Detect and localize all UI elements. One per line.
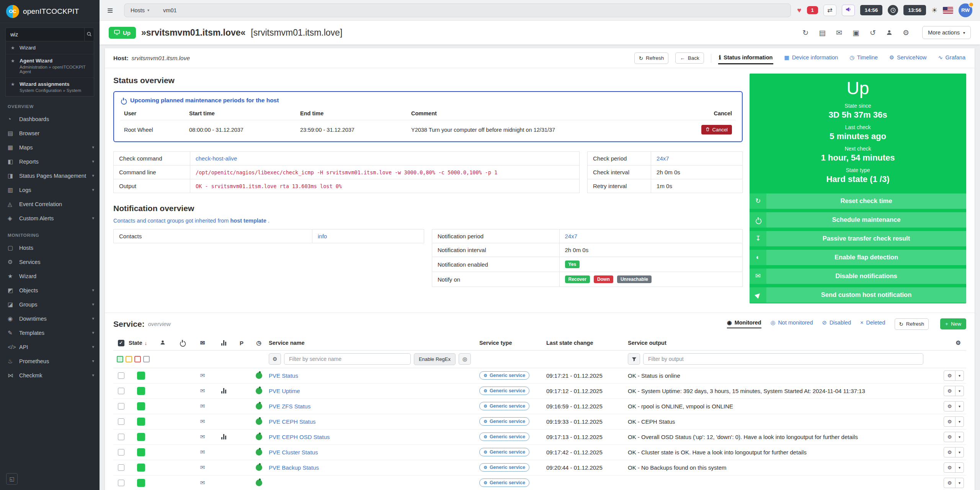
service-dropdown-button[interactable]: ▾ <box>955 447 964 457</box>
schedule-maintenance-button[interactable]: Schedule maintenance <box>750 212 966 228</box>
check-period-link[interactable]: 24x7 <box>657 155 669 162</box>
service-settings-button[interactable]: ⚙ <box>944 462 956 473</box>
service-dropdown-button[interactable]: ▾ <box>955 432 964 442</box>
service-settings-button[interactable]: ⚙ <box>944 447 956 457</box>
announcements-button[interactable] <box>842 5 855 16</box>
sidebar-item-groups[interactable]: ◪Groups▾ <box>0 297 100 311</box>
tab-monitored[interactable]: ◉Monitored <box>727 320 761 328</box>
notification-period-link[interactable]: 24x7 <box>565 233 578 239</box>
service-name-link[interactable]: PVE Status <box>269 372 479 379</box>
regex-marker-icon[interactable]: ◎ <box>459 353 471 365</box>
history-icon[interactable]: ↺ <box>870 28 876 37</box>
sidebar-item-downtimes[interactable]: ◉Downtimes▾ <box>0 311 100 326</box>
service-output-filter-input[interactable] <box>643 353 923 365</box>
service-dropdown-button[interactable]: ▾ <box>955 370 964 381</box>
row-checkbox[interactable] <box>118 449 124 456</box>
row-checkbox[interactable] <box>118 403 124 410</box>
search-result-wizard-assignments[interactable]: ★ Wizard assignments System Configuratio… <box>6 78 94 96</box>
service-dropdown-button[interactable]: ▾ <box>955 386 964 396</box>
sidebar-item-api[interactable]: </>API▾ <box>0 340 100 354</box>
new-service-button[interactable]: +New <box>940 318 966 329</box>
sidebar-item-reports[interactable]: ◧Reports▾ <box>0 154 100 169</box>
service-settings-button[interactable]: ⚙ <box>944 432 956 442</box>
favorites-heart-icon[interactable]: ♥ <box>797 6 801 15</box>
reset-check-time-button[interactable]: ↻Reset check time <box>750 193 966 209</box>
sidebar-item-templates[interactable]: ✎Templates▾ <box>0 326 100 340</box>
tab-timeline[interactable]: ◷Timeline <box>849 52 879 64</box>
service-dropdown-button[interactable]: ▾ <box>955 462 964 473</box>
service-name-link[interactable]: PVE Cluster Status <box>269 449 479 456</box>
user-avatar[interactable]: RW <box>959 3 972 17</box>
row-checkbox[interactable] <box>118 480 124 486</box>
filter-critical-checkbox[interactable] <box>134 356 141 362</box>
tab-servicenow[interactable]: ⚙ServiceNow <box>889 52 927 64</box>
theme-toggle-sun-icon[interactable]: ☀ <box>931 6 938 15</box>
tab-not-monitored[interactable]: ◎Not monitored <box>771 320 813 328</box>
more-actions-button[interactable]: More actions ▾ <box>922 26 971 39</box>
service-name-link[interactable]: PVE CEPH OSD Status <box>269 434 479 440</box>
breadcrumb-hosts-dropdown[interactable]: Hosts ▾ <box>131 7 149 13</box>
sidebar-item-prometheus[interactable]: ♨Prometheus▾ <box>0 354 100 368</box>
host-template-link[interactable]: host template <box>230 218 266 224</box>
output-filter-funnel-icon[interactable] <box>628 353 640 365</box>
filter-settings-icon[interactable]: ⚙ <box>269 353 281 365</box>
settings-gear-icon[interactable]: ⚙ <box>903 28 909 37</box>
service-settings-button[interactable]: ⚙ <box>944 478 956 488</box>
checklist-icon[interactable]: ▣ <box>853 28 859 37</box>
tab-device-information[interactable]: ▦Device information <box>783 52 839 64</box>
refresh-button[interactable]: ↻Refresh <box>634 52 669 64</box>
tab-deleted[interactable]: ×Deleted <box>860 320 885 328</box>
sidebar-item-wizard[interactable]: ★Wizard <box>0 269 100 283</box>
service-name-link[interactable]: PVE CEPH Status <box>269 418 479 425</box>
filter-warning-checkbox[interactable] <box>126 356 132 362</box>
tab-status-information[interactable]: ℹStatus information <box>718 52 774 64</box>
search-result-wizard[interactable]: ★ Wizard <box>6 41 94 54</box>
check-command-link[interactable]: check-host-alive <box>196 155 237 162</box>
service-name-link[interactable]: PVE Backup Status <box>269 464 479 471</box>
enable-flap-detection-button[interactable]: ◐Enable flap detection <box>750 250 966 265</box>
enable-regex-button[interactable]: Enable RegEx <box>414 353 456 365</box>
menu-icon[interactable]: ≡ <box>107 5 118 15</box>
select-all-checkbox[interactable]: ✓ <box>118 340 124 346</box>
disable-notifications-button[interactable]: ✉Disable notifications <box>750 269 966 284</box>
tab-grafana[interactable]: ∿Grafana <box>937 52 966 64</box>
back-button[interactable]: ←Back <box>675 52 704 64</box>
row-checkbox[interactable] <box>118 418 124 425</box>
service-dropdown-button[interactable]: ▾ <box>955 416 964 427</box>
row-checkbox[interactable] <box>118 434 124 440</box>
search-result-agent-wizard[interactable]: ★ Agent Wizard Administration » openITCO… <box>6 54 94 78</box>
service-settings-button[interactable]: ⚙ <box>944 370 956 381</box>
state-column-header[interactable]: State↓ <box>129 340 153 346</box>
tab-disabled[interactable]: ⊘Disabled <box>822 320 851 328</box>
sidebar-item-logs[interactable]: ▥Logs▾ <box>0 183 100 197</box>
sidebar-item-maps[interactable]: ▦Maps▾ <box>0 140 100 154</box>
sidebar-item-checkmk[interactable]: ⋈Checkmk▾ <box>0 368 100 382</box>
services-refresh-button[interactable]: ↻Refresh <box>895 318 929 330</box>
passive-transfer-button[interactable]: ↧Passive transfer check result <box>750 231 966 246</box>
service-name-link[interactable]: PVE ZFS Status <box>269 403 479 410</box>
service-name-link[interactable]: PVE Uptime <box>269 388 479 394</box>
row-checkbox[interactable] <box>118 372 124 379</box>
row-checkbox[interactable] <box>118 388 124 394</box>
sidebar-item-objects[interactable]: ◩Objects▾ <box>0 283 100 297</box>
service-settings-button[interactable]: ⚙ <box>944 386 956 396</box>
contact-link[interactable]: info <box>318 233 327 239</box>
mail-icon[interactable]: ✉ <box>836 28 842 37</box>
filter-ok-checkbox[interactable] <box>117 356 123 362</box>
column-settings-icon[interactable]: ⚙ <box>956 339 966 346</box>
sidebar-item-dashboards[interactable]: ◔Dashboards <box>0 112 100 126</box>
sidebar-item-event-correlation[interactable]: ◬Event Correlation <box>0 197 100 211</box>
sidebar-item-hosts[interactable]: ▢Hosts <box>0 241 100 255</box>
language-flag-us[interactable] <box>943 7 953 14</box>
filter-unknown-checkbox[interactable] <box>143 356 150 362</box>
sidebar-item-browser[interactable]: ▤Browser <box>0 126 100 140</box>
user-icon[interactable] <box>886 29 892 36</box>
service-name-filter-input[interactable] <box>284 353 411 365</box>
report-icon[interactable]: ▤ <box>819 28 826 37</box>
service-settings-button[interactable]: ⚙ <box>944 401 956 411</box>
refresh-icon[interactable]: ↻ <box>802 28 808 37</box>
service-dropdown-button[interactable]: ▾ <box>955 478 964 488</box>
send-custom-notification-button[interactable]: ▶Send custom host notification <box>750 287 966 303</box>
refresh-toggle-button[interactable]: ⇄ <box>823 5 836 16</box>
sidebar-search-input[interactable] <box>5 28 84 41</box>
